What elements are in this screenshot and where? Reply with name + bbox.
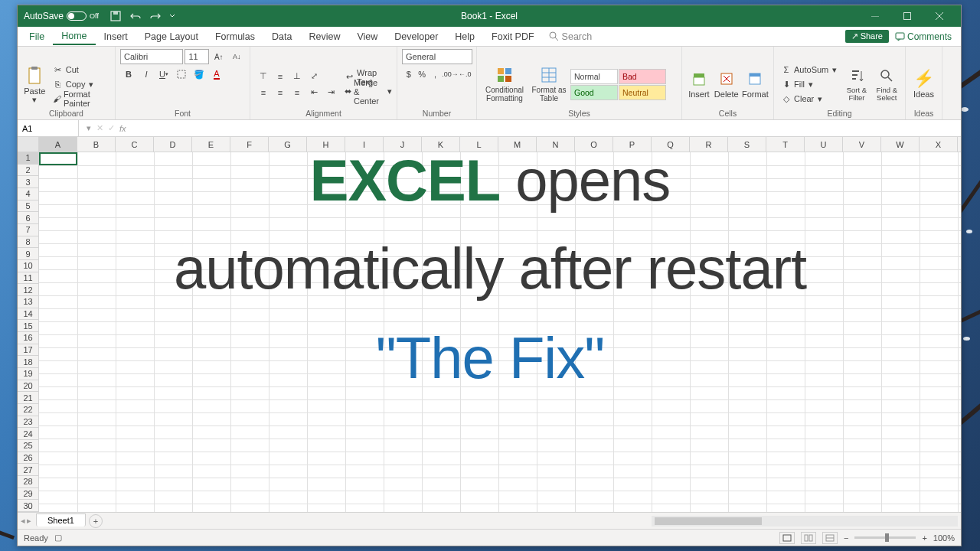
style-neutral[interactable]: Neutral — [619, 85, 666, 100]
indent-dec-button[interactable]: ⇤ — [305, 85, 322, 100]
row-header[interactable]: 7 — [18, 224, 38, 236]
column-header[interactable]: V — [843, 137, 881, 152]
share-button[interactable]: ↗ Share — [845, 30, 889, 43]
row-header[interactable]: 23 — [18, 416, 38, 429]
tab-review[interactable]: Review — [300, 29, 348, 44]
row-header[interactable]: 12 — [18, 284, 38, 296]
tab-page-layout[interactable]: Page Layout — [136, 29, 207, 44]
page-break-view-button[interactable] — [822, 532, 838, 544]
column-header[interactable]: W — [881, 137, 920, 152]
column-header[interactable]: N — [537, 137, 575, 152]
page-layout-view-button[interactable] — [801, 532, 816, 544]
row-header[interactable]: 11 — [18, 272, 38, 285]
select-all-corner[interactable] — [18, 137, 39, 152]
row-header[interactable]: 2 — [18, 165, 38, 177]
autosum-button[interactable]: ΣAutoSum▾ — [779, 63, 840, 77]
column-header[interactable]: L — [460, 137, 498, 152]
orientation-button[interactable]: ⤢ — [305, 69, 322, 84]
row-header[interactable]: 13 — [18, 296, 38, 308]
align-bottom-button[interactable]: ⊥ — [289, 69, 305, 84]
save-icon[interactable] — [109, 10, 122, 22]
align-top-button[interactable]: ⊤ — [255, 69, 272, 84]
row-header[interactable]: 25 — [18, 440, 38, 452]
style-good[interactable]: Good — [570, 85, 618, 100]
enter-icon[interactable]: ✓ — [108, 123, 115, 133]
row-header[interactable]: 22 — [18, 404, 38, 416]
column-header[interactable]: R — [690, 137, 728, 152]
row-header[interactable]: 9 — [18, 248, 38, 260]
sheet-tab-sheet1[interactable]: Sheet1 — [36, 514, 86, 527]
tab-developer[interactable]: Developer — [386, 29, 446, 44]
fill-color-button[interactable]: 🪣 — [191, 67, 207, 82]
column-header[interactable]: O — [575, 137, 613, 152]
align-center-button[interactable]: ≡ — [272, 85, 289, 100]
row-header[interactable]: 29 — [18, 488, 38, 500]
column-header[interactable]: F — [230, 137, 269, 152]
cut-button[interactable]: ✂Cut — [51, 63, 110, 77]
tab-home[interactable]: Home — [53, 28, 95, 45]
tab-file[interactable]: File — [21, 29, 53, 44]
column-header[interactable]: K — [422, 137, 460, 152]
horizontal-scrollbar[interactable] — [652, 516, 958, 527]
italic-button[interactable]: I — [138, 67, 155, 82]
zoom-out-button[interactable]: − — [844, 533, 848, 543]
align-left-button[interactable]: ≡ — [255, 85, 272, 100]
comma-button[interactable]: , — [429, 67, 442, 82]
zoom-slider[interactable] — [854, 536, 916, 539]
normal-view-button[interactable] — [779, 532, 795, 544]
name-box[interactable]: A1 — [18, 120, 79, 136]
row-header[interactable]: 8 — [18, 236, 38, 249]
column-header[interactable]: E — [192, 137, 230, 152]
cells-area[interactable] — [39, 152, 961, 512]
sheet-nav-next-icon[interactable]: ▸ — [27, 516, 31, 526]
column-header[interactable]: M — [498, 137, 537, 152]
clear-button[interactable]: ◇Clear▾ — [779, 92, 840, 106]
column-header[interactable]: D — [154, 137, 192, 152]
bold-button[interactable]: B — [120, 67, 137, 82]
row-header[interactable]: 26 — [18, 452, 38, 465]
column-header[interactable]: I — [345, 137, 384, 152]
accounting-button[interactable]: $ — [402, 67, 415, 82]
column-header[interactable]: U — [805, 137, 843, 152]
tab-view[interactable]: View — [348, 29, 386, 44]
column-header[interactable]: Q — [652, 137, 690, 152]
undo-icon[interactable] — [129, 10, 142, 22]
style-normal[interactable]: Normal — [570, 69, 618, 84]
font-size-select[interactable]: 11 — [185, 49, 209, 64]
row-header[interactable]: 24 — [18, 428, 38, 440]
row-header[interactable]: 4 — [18, 188, 38, 201]
add-sheet-button[interactable]: + — [89, 514, 103, 528]
decrease-font-button[interactable]: A↓ — [228, 49, 245, 64]
row-header[interactable]: 3 — [18, 176, 38, 188]
zoom-in-button[interactable]: + — [922, 533, 926, 543]
row-header[interactable]: 10 — [18, 260, 38, 272]
inc-decimal-button[interactable]: .00→ — [442, 67, 459, 82]
align-right-button[interactable]: ≡ — [289, 85, 305, 100]
format-painter-button[interactable]: 🖌Format Painter — [51, 92, 110, 106]
underline-button[interactable]: U▾ — [155, 67, 172, 82]
tab-help[interactable]: Help — [446, 29, 483, 44]
row-header[interactable]: 5 — [18, 201, 38, 213]
comments-button[interactable]: Comments — [895, 31, 952, 42]
tell-me-search[interactable]: Search — [549, 31, 593, 42]
increase-font-button[interactable]: A↑ — [211, 49, 227, 64]
name-box-dropdown-icon[interactable]: ▾ — [85, 126, 92, 131]
dec-decimal-button[interactable]: ←.0 — [459, 67, 472, 82]
merge-center-button[interactable]: ⬌Merge & Center▾ — [342, 85, 394, 99]
font-name-select[interactable]: Calibri — [120, 49, 183, 64]
row-header[interactable]: 14 — [18, 308, 38, 321]
maximize-button[interactable] — [892, 8, 923, 24]
column-header[interactable]: H — [307, 137, 345, 152]
cancel-icon[interactable]: ✕ — [96, 123, 103, 133]
percent-button[interactable]: % — [415, 67, 428, 82]
minimize-button[interactable] — [860, 8, 890, 24]
tab-formulas[interactable]: Formulas — [207, 29, 263, 44]
row-header[interactable]: 20 — [18, 380, 38, 393]
font-color-button[interactable]: A — [208, 67, 225, 82]
column-header[interactable]: P — [613, 137, 652, 152]
qat-dropdown-icon[interactable] — [169, 14, 176, 19]
row-header[interactable]: 16 — [18, 332, 38, 344]
column-header[interactable]: J — [384, 137, 422, 152]
row-header[interactable]: 21 — [18, 392, 38, 404]
autosave-toggle[interactable]: AutoSave Off — [24, 11, 99, 21]
